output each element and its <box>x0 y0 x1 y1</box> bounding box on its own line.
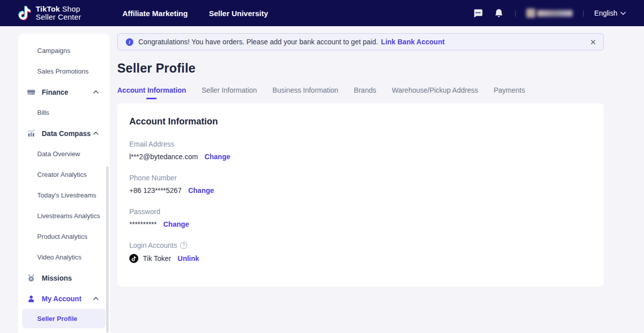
sidebar-scrollbar[interactable] <box>106 166 109 332</box>
password-field: Password ********** Change <box>129 208 592 228</box>
language-selector[interactable]: English <box>594 9 626 17</box>
sidebar-item-seller-profile[interactable]: Seller Profile <box>22 309 106 328</box>
logo-text: TikTok Shop Seller Center <box>36 5 81 22</box>
login-accounts-label: Login Accounts <box>129 241 177 249</box>
tab-account-information[interactable]: Account Information <box>117 86 186 99</box>
sidebar: Campaigns Sales Promotions Finance Bills… <box>18 34 110 333</box>
change-phone-button[interactable]: Change <box>188 186 214 194</box>
profile-tabs: Account Information Seller Information B… <box>117 86 604 99</box>
account-information-card: Account Information Email Address l***2@… <box>117 103 604 287</box>
sidebar-item-livestreams-analytics[interactable]: Livestreams Analytics <box>18 206 110 226</box>
nav-affiliate-marketing[interactable]: Affiliate Marketing <box>122 9 188 18</box>
unlink-button[interactable]: Unlink <box>178 254 199 262</box>
tab-seller-information[interactable]: Seller Information <box>202 86 257 99</box>
sidebar-item-campaigns[interactable]: Campaigns <box>18 40 110 61</box>
bank-account-banner: i Congratulations! You have orders. Plea… <box>117 33 604 50</box>
tiktok-account-icon <box>129 254 138 263</box>
tiktok-shop-logo[interactable]: TikTok Shop Seller Center <box>18 5 81 22</box>
credit-card-icon <box>27 88 36 97</box>
nav-seller-university[interactable]: Seller University <box>209 9 268 18</box>
tab-business-information[interactable]: Business Information <box>273 86 339 99</box>
top-navbar: TikTok Shop Seller Center Affiliate Mark… <box>0 0 644 26</box>
password-value: ********** <box>129 220 156 228</box>
sidebar-item-product-analytics[interactable]: Product Analytics <box>18 226 110 247</box>
help-icon[interactable]: ? <box>180 242 187 249</box>
chevron-up-icon <box>93 297 99 300</box>
phone-label: Phone Number <box>129 174 592 182</box>
tiktok-note-icon <box>18 5 31 21</box>
link-bank-account-link[interactable]: Link Bank Account <box>381 38 444 46</box>
change-password-button[interactable]: Change <box>163 220 189 228</box>
card-title: Account Information <box>129 116 592 127</box>
medal-icon <box>27 274 36 283</box>
linked-account-name: Tik Toker <box>143 254 171 262</box>
email-value: l***2@bytedance.com <box>129 153 198 161</box>
email-field: Email Address l***2@bytedance.com Change <box>129 140 592 161</box>
sidebar-item-my-account[interactable]: My Account <box>18 288 110 309</box>
sidebar-item-data-overview[interactable]: Data Overview <box>18 144 110 164</box>
separator: | <box>583 10 584 17</box>
chevron-up-icon <box>93 90 99 94</box>
email-label: Email Address <box>129 140 592 148</box>
change-email-button[interactable]: Change <box>204 153 230 161</box>
phone-value: +86 123****5267 <box>129 186 182 194</box>
sidebar-item-finance[interactable]: Finance <box>18 82 110 102</box>
close-icon[interactable]: ✕ <box>590 38 596 46</box>
sidebar-item-video-analytics[interactable]: Video Analytics <box>18 247 110 268</box>
sidebar-item-todays-livestreams[interactable]: Today's Livestreams <box>18 185 110 206</box>
sidebar-item-bills[interactable]: Bills <box>18 102 110 123</box>
sidebar-item-creator-analytics[interactable]: Creator Analytics <box>18 164 110 185</box>
page-title: Seller Profile <box>117 61 604 76</box>
bar-chart-icon <box>27 129 36 138</box>
banner-text: Congratulations! You have orders. Please… <box>138 38 378 46</box>
person-icon <box>27 294 36 303</box>
login-accounts-field: Login Accounts ? Tik Toker Unlink <box>129 241 592 263</box>
messages-icon[interactable] <box>472 8 484 19</box>
sidebar-item-sales-promotions[interactable]: Sales Promotions <box>18 61 110 82</box>
chevron-up-icon <box>93 131 99 135</box>
tab-warehouse-pickup-address[interactable]: Warehouse/Pickup Address <box>392 86 478 99</box>
notifications-bell-icon[interactable] <box>494 8 505 19</box>
password-label: Password <box>129 208 592 216</box>
sidebar-item-data-compass[interactable]: Data Compass <box>18 123 110 144</box>
separator: | <box>515 10 516 17</box>
user-account-blurred[interactable] <box>526 9 573 18</box>
main-content: i Congratulations! You have orders. Plea… <box>110 26 644 333</box>
tab-brands[interactable]: Brands <box>354 86 376 99</box>
sidebar-item-missions[interactable]: Missions <box>18 268 110 288</box>
info-icon: i <box>126 38 133 46</box>
tab-payments[interactable]: Payments <box>494 86 525 99</box>
chevron-down-icon <box>620 12 626 15</box>
topbar-nav: Affiliate Marketing Seller University <box>122 9 268 18</box>
phone-field: Phone Number +86 123****5267 Change <box>129 174 592 194</box>
